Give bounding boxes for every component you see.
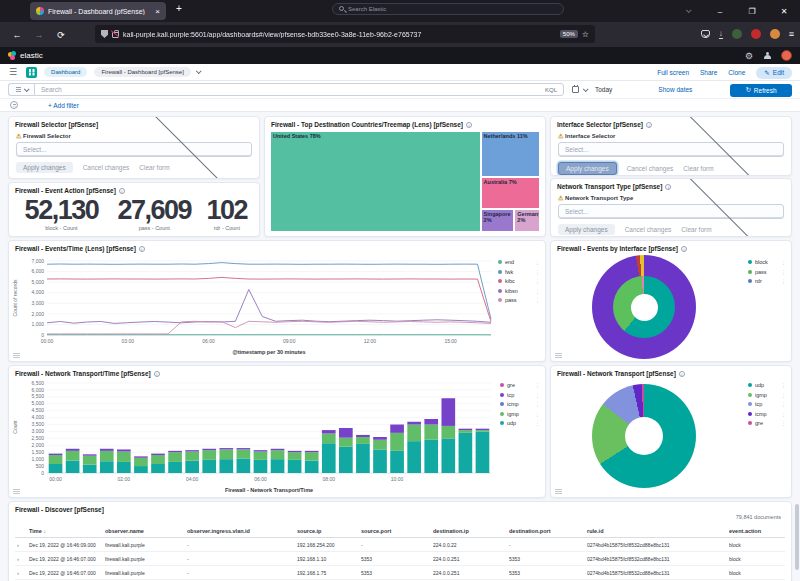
- search-input[interactable]: Search KQL: [34, 83, 564, 96]
- avatar[interactable]: [781, 50, 792, 61]
- info-icon[interactable]: i: [154, 371, 160, 377]
- legend-item-kibc[interactable]: kibc⋮: [498, 278, 540, 284]
- cancel-changes-button[interactable]: Cancel changes: [83, 164, 130, 171]
- breadcrumb-page[interactable]: Firewall - Dashboard [pfSense]: [94, 67, 190, 77]
- column-header[interactable]: observer.name: [105, 528, 187, 534]
- legend-actions-icon[interactable]: ⋮: [781, 278, 786, 284]
- column-header[interactable]: rule.id: [587, 528, 729, 534]
- transport-type-select[interactable]: Select...: [558, 204, 784, 219]
- legend-item-fwk[interactable]: fwk⋮: [498, 269, 540, 275]
- legend-actions-icon[interactable]: ⋮: [535, 392, 540, 398]
- full-screen-link[interactable]: Full screen: [657, 69, 689, 76]
- legend-actions-icon[interactable]: ⋮: [535, 411, 540, 417]
- legend-actions-icon[interactable]: ⋮: [781, 392, 786, 398]
- reload-button[interactable]: ⟳: [50, 30, 72, 40]
- edit-button[interactable]: ✎ Edit: [756, 67, 792, 79]
- legend-actions-icon[interactable]: ⋮: [535, 288, 540, 294]
- legend-item-block[interactable]: block⋮: [748, 259, 786, 265]
- expand-row-icon[interactable]: ›: [15, 570, 29, 576]
- legend-actions-icon[interactable]: ⋮: [781, 259, 786, 265]
- legend-actions-icon[interactable]: ⋮: [781, 420, 786, 426]
- clear-form-button[interactable]: Clear form: [139, 164, 169, 171]
- table-row[interactable]: ›Dec 19, 2022 @ 16:46:07.000firewall.kal…: [15, 552, 785, 566]
- cancel-changes-button[interactable]: Cancel changes: [627, 165, 674, 172]
- url-text[interactable]: kali-purple.kali.purple:5601/app/dashboa…: [123, 31, 556, 38]
- info-icon[interactable]: i: [139, 246, 145, 252]
- elastic-logo[interactable]: elastic: [8, 51, 43, 60]
- legend-item-tcp[interactable]: tcp⋮: [500, 392, 540, 398]
- kibana-menu-icon[interactable]: ☰: [9, 67, 17, 77]
- insecure-lock-icon[interactable]: [112, 32, 119, 38]
- treemap-tile-netherlands[interactable]: Netherlands 11%: [481, 131, 540, 177]
- treemap-tile-australia[interactable]: Australia 7%: [481, 177, 540, 208]
- filter-icon[interactable]: [10, 101, 18, 109]
- breadcrumb-dashboard[interactable]: Dashboard: [44, 67, 87, 77]
- legend-item-igmp[interactable]: igmp⋮: [500, 411, 540, 417]
- legend-item-rdr[interactable]: rdr⋮: [748, 278, 786, 284]
- events-time-chart[interactable]: 01,0002,0003,0004,0005,0006,0007,00000:0…: [9, 253, 497, 361]
- column-header[interactable]: destination.ip: [433, 528, 509, 534]
- column-header[interactable]: Time ↓: [29, 528, 105, 534]
- date-range-label[interactable]: Today: [595, 86, 612, 93]
- clear-form-button[interactable]: Clear form: [683, 165, 713, 172]
- legend-item-igmp[interactable]: igmp⋮: [748, 392, 786, 398]
- treemap-tile-united[interactable]: United States 78%: [270, 131, 481, 232]
- column-header[interactable]: observer.ingress.vlan.id: [187, 528, 297, 534]
- show-dates-link[interactable]: Show dates: [658, 86, 692, 93]
- legend-item-icmp[interactable]: icmp⋮: [500, 401, 540, 407]
- legend-item-icmp[interactable]: icmp⋮: [748, 411, 786, 417]
- close-button[interactable]: ✕: [768, 0, 800, 22]
- tab-list-button[interactable]: [672, 0, 704, 22]
- info-icon[interactable]: i: [681, 246, 687, 252]
- legend-item-tcp[interactable]: tcp⋮: [748, 401, 786, 407]
- legend-actions-icon[interactable]: ⋮: [535, 382, 540, 388]
- panel-inspector-icon[interactable]: [13, 489, 20, 494]
- table-row[interactable]: ›Dec 19, 2022 @ 16:46:07.000firewall.kal…: [15, 566, 785, 580]
- interface-select[interactable]: Select...: [558, 142, 784, 157]
- events-by-interface-chart[interactable]: [551, 253, 737, 361]
- legend-item-pass[interactable]: pass⋮: [748, 269, 786, 275]
- share-link[interactable]: Share: [700, 69, 717, 76]
- gear-icon[interactable]: ⚙: [745, 51, 753, 61]
- expand-row-icon[interactable]: ›: [15, 556, 29, 562]
- legend-actions-icon[interactable]: ⋮: [535, 297, 540, 303]
- bookmark-star-icon[interactable]: ☆: [582, 30, 589, 39]
- apply-changes-button[interactable]: Apply changes: [16, 162, 73, 173]
- panel-inspector-icon[interactable]: [13, 353, 20, 358]
- user-icon[interactable]: [763, 52, 771, 60]
- info-icon[interactable]: i: [646, 122, 652, 128]
- expand-row-icon[interactable]: ›: [15, 542, 29, 548]
- network-transport-chart[interactable]: [551, 378, 737, 496]
- pocket-icon[interactable]: [701, 30, 710, 38]
- add-filter-link[interactable]: + Add filter: [48, 102, 79, 109]
- column-header[interactable]: destination.port: [509, 528, 587, 534]
- panel-inspector-icon[interactable]: [555, 489, 562, 494]
- scrollbar-thumb[interactable]: [795, 504, 799, 570]
- clear-form-button[interactable]: Clear form: [681, 226, 711, 233]
- refresh-button[interactable]: ↻ Refresh: [730, 84, 792, 97]
- legend-actions-icon[interactable]: ⋮: [535, 401, 540, 407]
- legend-actions-icon[interactable]: ⋮: [535, 259, 540, 265]
- info-icon[interactable]: i: [665, 184, 671, 190]
- back-button[interactable]: ←: [6, 30, 28, 40]
- legend-actions-icon[interactable]: ⋮: [781, 382, 786, 388]
- column-header[interactable]: source.port: [361, 528, 433, 534]
- maximize-button[interactable]: ❐: [736, 0, 768, 22]
- query-menu-button[interactable]: [8, 83, 34, 96]
- cancel-changes-button[interactable]: Cancel changes: [625, 226, 672, 233]
- extension-icon-orange[interactable]: [770, 29, 780, 39]
- forward-button[interactable]: →: [28, 30, 50, 40]
- tab-close-icon[interactable]: ×: [155, 7, 160, 16]
- transport-time-chart[interactable]: 05001,0001,5002,0002,5003,0003,5004,0004…: [9, 377, 497, 497]
- column-header[interactable]: event.action: [729, 528, 785, 534]
- legend-item-gre[interactable]: gre⋮: [500, 382, 540, 388]
- minimize-button[interactable]: –: [704, 0, 736, 22]
- download-icon[interactable]: ↓: [719, 30, 723, 39]
- legend-actions-icon[interactable]: ⋮: [535, 420, 540, 426]
- apply-changes-button[interactable]: Apply changes: [558, 162, 617, 175]
- apply-changes-button[interactable]: Apply changes: [558, 224, 615, 235]
- url-bar[interactable]: kali-purple.kali.purple:5601/app/dashboa…: [95, 25, 595, 43]
- info-icon[interactable]: i: [466, 122, 472, 128]
- legend-item-pass[interactable]: pass⋮: [498, 297, 540, 303]
- info-icon[interactable]: i: [119, 188, 125, 194]
